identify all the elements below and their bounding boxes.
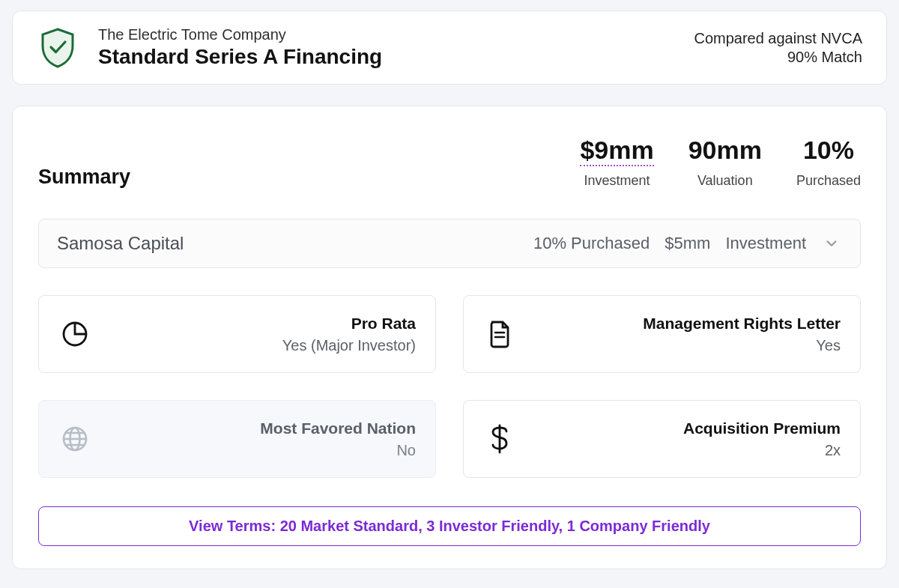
term-text: Most Favored Nation No xyxy=(260,419,416,459)
term-pro-rata[interactable]: Pro Rata Yes (Major Investor) xyxy=(38,295,436,373)
shield-check-icon xyxy=(37,27,79,69)
investor-purchased: 10% Purchased xyxy=(533,234,650,253)
pie-chart-icon xyxy=(58,318,91,351)
header-left: The Electric Tome Company Standard Serie… xyxy=(37,26,382,69)
match-percentage: 90% Match xyxy=(694,49,862,66)
metric-value: 90mm xyxy=(688,136,762,164)
document-icon xyxy=(483,318,516,351)
view-terms-button[interactable]: View Terms: 20 Market Standard, 3 Invest… xyxy=(38,506,861,546)
dollar-icon xyxy=(483,422,516,455)
metric-investment: $9mm Investment xyxy=(580,136,653,189)
metric-valuation: 90mm Valuation xyxy=(688,136,762,189)
term-label: Management Rights Letter xyxy=(643,315,841,333)
term-management-rights[interactable]: Management Rights Letter Yes xyxy=(463,295,861,373)
investor-amount: $5mm xyxy=(665,234,710,253)
term-acquisition-premium[interactable]: Acquisition Premium 2x xyxy=(463,400,861,478)
term-label: Most Favored Nation xyxy=(260,419,416,437)
term-value: Yes xyxy=(643,337,841,354)
terms-grid: Pro Rata Yes (Major Investor) Management… xyxy=(38,295,861,478)
metric-purchased: 10% Purchased xyxy=(796,136,861,189)
summary-heading: Summary xyxy=(38,166,130,189)
term-label: Acquisition Premium xyxy=(683,419,841,437)
term-text: Management Rights Letter Yes xyxy=(643,315,841,354)
term-text: Acquisition Premium 2x xyxy=(683,419,841,459)
investor-row[interactable]: Samosa Capital 10% Purchased $5mm Invest… xyxy=(38,219,861,268)
company-name: The Electric Tome Company xyxy=(98,26,382,43)
term-value: Yes (Major Investor) xyxy=(282,337,416,354)
compared-against-label: Compared against NVCA xyxy=(694,30,862,47)
header-titles: The Electric Tome Company Standard Serie… xyxy=(98,26,382,69)
summary-card: Summary $9mm Investment 90mm Valuation 1… xyxy=(12,106,887,569)
investor-stats: 10% Purchased $5mm Investment xyxy=(533,233,842,254)
comparison-block: Compared against NVCA 90% Match xyxy=(694,30,862,66)
term-text: Pro Rata Yes (Major Investor) xyxy=(282,315,416,354)
metric-value: 10% xyxy=(803,136,854,164)
investor-name: Samosa Capital xyxy=(57,233,184,254)
term-value: 2x xyxy=(683,442,841,459)
term-most-favored-nation[interactable]: Most Favored Nation No xyxy=(38,400,436,478)
summary-metrics: $9mm Investment 90mm Valuation 10% Purch… xyxy=(580,136,861,189)
document-header-card: The Electric Tome Company Standard Serie… xyxy=(12,10,887,85)
chevron-down-icon xyxy=(821,233,842,254)
document-title: Standard Series A Financing xyxy=(98,45,382,69)
globe-icon xyxy=(58,422,91,455)
metric-label: Valuation xyxy=(688,173,762,189)
term-label: Pro Rata xyxy=(282,315,416,333)
metric-value: $9mm xyxy=(580,136,653,166)
term-value: No xyxy=(260,442,416,459)
metric-label: Investment xyxy=(580,173,653,189)
metric-label: Purchased xyxy=(796,173,861,189)
investor-amount-label: Investment xyxy=(725,234,806,253)
summary-top-row: Summary $9mm Investment 90mm Valuation 1… xyxy=(38,136,861,189)
